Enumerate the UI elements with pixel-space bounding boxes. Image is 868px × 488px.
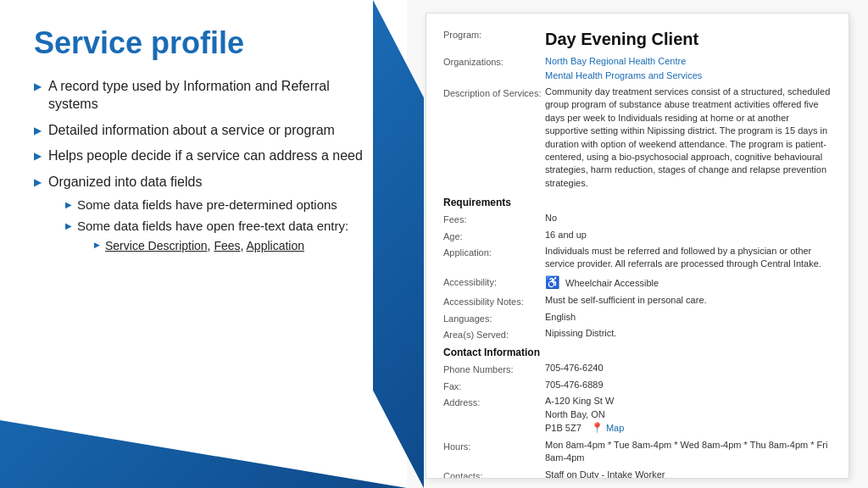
contact-heading: Contact Information bbox=[443, 347, 832, 358]
requirements-heading: Requirements bbox=[443, 197, 832, 208]
fees-value: No bbox=[545, 212, 832, 225]
area-label: Area(s) Served: bbox=[443, 327, 545, 340]
application-link[interactable]: Application bbox=[247, 239, 305, 252]
hours-label: Hours: bbox=[443, 439, 545, 452]
program-label: Program: bbox=[443, 27, 545, 40]
left-panel: Service profile A record type used by In… bbox=[0, 0, 407, 488]
bullet-item-3: Helps people decide if a service can add… bbox=[34, 147, 373, 165]
languages-value: English bbox=[545, 311, 832, 324]
sub-bullet-2: Some data fields have open free-text dat… bbox=[65, 218, 348, 257]
sub-bullet-1: Some data fields have pre-determined opt… bbox=[65, 197, 348, 214]
org1-link[interactable]: North Bay Regional Health Centre bbox=[545, 54, 832, 69]
sub-sub-bullet-1: Service Description, Fees, Application bbox=[94, 238, 348, 253]
area-row: Area(s) Served: Nipissing District. bbox=[443, 327, 832, 340]
hours-row: Hours: Mon 8am-4pm * Tue 8am-4pm * Wed 8… bbox=[443, 439, 832, 465]
organizations-label: Organizations: bbox=[443, 54, 545, 67]
fees-link[interactable]: Fees bbox=[214, 239, 240, 252]
address-value: A-120 King St W North Bay, ON P1B 5Z7 📍 … bbox=[545, 395, 832, 435]
main-bullet-list: A record type used by Information and Re… bbox=[34, 78, 373, 262]
bullet-item-1: A record type used by Information and Re… bbox=[34, 78, 373, 114]
age-value: 16 and up bbox=[545, 229, 832, 241]
application-label: Application: bbox=[443, 245, 545, 258]
map-link[interactable]: 📍 Map bbox=[591, 423, 624, 433]
accessibility-notes-row: Accessibility Notes: Must be self-suffic… bbox=[443, 294, 832, 307]
hours-value: Mon 8am-4pm * Tue 8am-4pm * Wed 8am-4pm … bbox=[545, 439, 832, 465]
phone-label: Phone Numbers: bbox=[443, 362, 545, 374]
program-value: Day Evening Client bbox=[545, 27, 832, 51]
address-label: Address: bbox=[443, 395, 545, 408]
description-value: Community day treatment services consist… bbox=[545, 86, 832, 190]
languages-row: Languages: English bbox=[443, 311, 832, 324]
phone-row: Phone Numbers: 705-476-6240 bbox=[443, 362, 832, 374]
fees-row: Fees: No bbox=[443, 212, 832, 225]
bullet-item-2: Detailed information about a service or … bbox=[34, 122, 373, 140]
languages-label: Languages: bbox=[443, 311, 545, 324]
service-description-link[interactable]: Service Description bbox=[105, 239, 208, 252]
sub-sub-list: Service Description, Fees, Application bbox=[77, 238, 348, 253]
age-row: Age: 16 and up bbox=[443, 229, 832, 241]
right-panel: Program: Day Evening Client Organization… bbox=[407, 0, 868, 488]
organizations-value: North Bay Regional Health Centre Mental … bbox=[545, 54, 832, 82]
sub-list: Some data fields have pre-determined opt… bbox=[48, 197, 348, 257]
description-row: Description of Services: Community day t… bbox=[443, 86, 832, 190]
org2-link[interactable]: Mental Health Programs and Services bbox=[545, 69, 832, 83]
program-row: Program: Day Evening Client bbox=[443, 27, 832, 51]
bullet-item-4: Organized into data fields Some data fie… bbox=[34, 174, 373, 262]
description-label: Description of Services: bbox=[443, 86, 545, 98]
fax-value: 705-476-6889 bbox=[545, 379, 832, 391]
address-row: Address: A-120 King St W North Bay, ON P… bbox=[443, 395, 832, 435]
contacts-row: Contacts: Staff on Duty - Intake Worker … bbox=[443, 469, 832, 479]
organizations-row: Organizations: North Bay Regional Health… bbox=[443, 54, 832, 82]
application-value: Individuals must be referred and followe… bbox=[545, 245, 832, 271]
contacts-value: Staff on Duty - Intake Worker 705-476-62… bbox=[545, 469, 832, 479]
map-pin-icon: 📍 bbox=[591, 422, 604, 434]
phone-value: 705-476-6240 bbox=[545, 362, 832, 374]
age-label: Age: bbox=[443, 229, 545, 241]
accessibility-notes-label: Accessibility Notes: bbox=[443, 294, 545, 307]
fees-label: Fees: bbox=[443, 212, 545, 225]
page-title: Service profile bbox=[34, 25, 373, 61]
accessibility-notes-value: Must be self-sufficient in personal care… bbox=[545, 294, 832, 307]
accessibility-value: ♿ Wheelchair Accessible bbox=[545, 274, 832, 291]
area-value: Nipissing District. bbox=[545, 327, 832, 340]
contacts-label: Contacts: bbox=[443, 469, 545, 479]
fax-row: Fax: 705-476-6889 bbox=[443, 379, 832, 391]
application-row: Application: Individuals must be referre… bbox=[443, 245, 832, 271]
fax-label: Fax: bbox=[443, 379, 545, 391]
accessibility-label: Accessibility: bbox=[443, 274, 545, 287]
accessibility-row: Accessibility: ♿ Wheelchair Accessible bbox=[443, 274, 832, 291]
wheelchair-icon: ♿ bbox=[545, 275, 559, 289]
service-card: Program: Day Evening Client Organization… bbox=[426, 13, 849, 479]
